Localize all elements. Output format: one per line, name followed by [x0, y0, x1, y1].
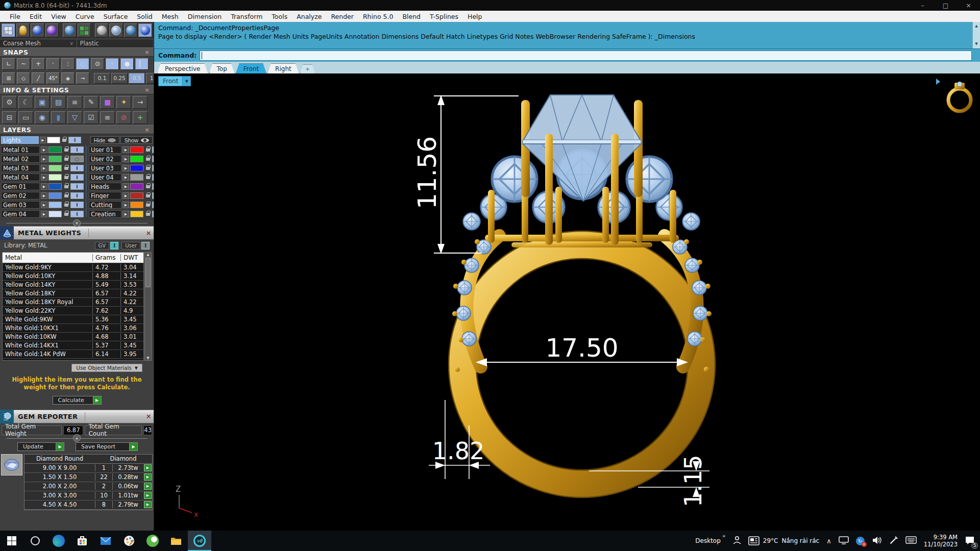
layer-expand-icon[interactable]: ▶: [122, 192, 129, 199]
menu-item[interactable]: Mesh: [157, 12, 183, 21]
layer-visibility-toggle[interactable]: ○: [70, 156, 84, 162]
point-snap-icon[interactable]: +: [32, 58, 45, 70]
command-history[interactable]: Command: _DocumentPropertiesPage Page to…: [154, 22, 980, 48]
layer-expand-icon[interactable]: ▶: [41, 174, 47, 181]
scroll-down-icon[interactable]: ▼: [146, 356, 149, 360]
model-info-icon[interactable]: ▣: [35, 96, 50, 109]
scroll-thumb[interactable]: [145, 258, 151, 287]
gem-row-play-icon[interactable]: ▶: [144, 492, 152, 499]
menu-item[interactable]: Analyze: [292, 12, 326, 21]
menu-item[interactable]: T-Splines: [425, 12, 463, 21]
layer-color-swatch[interactable]: [48, 211, 62, 217]
collapse-up-icon[interactable]: ▴: [73, 434, 81, 442]
people-icon[interactable]: [731, 535, 741, 547]
weather-widget[interactable]: 29°C Nắng rải rác: [748, 536, 819, 545]
gem-row-play-icon[interactable]: ▶: [144, 501, 152, 508]
purple-box-icon[interactable]: ■: [100, 96, 115, 109]
gem-table-row[interactable]: 2.00 X 2.00 2 0.06tw ▶: [24, 482, 152, 491]
taskbar-clock[interactable]: 9:39 AM 11/10/2023: [924, 534, 958, 548]
menu-item[interactable]: Blend: [398, 12, 425, 21]
layer-expand-icon[interactable]: ▶: [41, 156, 47, 162]
layer-expand-icon[interactable]: ▶: [122, 146, 129, 153]
layer-expand-icon[interactable]: ▶: [41, 165, 47, 171]
layer-visibility-toggle[interactable]: I: [70, 146, 84, 153]
file-explorer-icon[interactable]: [164, 531, 188, 551]
report-list-icon[interactable]: ≡: [100, 111, 115, 124]
snap-value-button[interactable]: 0.5: [129, 73, 145, 84]
settings-gear-icon[interactable]: ⚙: [2, 96, 17, 109]
layer-color-swatch[interactable]: [130, 183, 143, 190]
menu-item[interactable]: Transform: [226, 12, 267, 21]
display-cast-icon[interactable]: [839, 536, 849, 546]
user-button[interactable]: User: [121, 242, 140, 249]
lock-icon[interactable]: [63, 156, 69, 162]
update-button[interactable]: Update ▶: [17, 442, 64, 451]
gv-button[interactable]: GV: [95, 242, 110, 249]
layer-color-swatch[interactable]: [130, 174, 143, 181]
render-sphere-icon[interactable]: [45, 23, 59, 37]
menu-item[interactable]: Tools: [267, 12, 292, 21]
menu-item[interactable]: Help: [463, 12, 487, 21]
calculate-button[interactable]: Calculate ▶: [53, 396, 102, 405]
day-night-icon[interactable]: ☾: [18, 96, 33, 109]
snap-value-button[interactable]: 0.25: [111, 73, 128, 84]
layer-color-swatch[interactable]: [48, 165, 62, 171]
circle-snap-icon[interactable]: ◌: [76, 58, 89, 70]
metal-table-row[interactable]: Yellow Gold:18KY Royal 6.57 4.22: [3, 297, 143, 306]
layer-visibility-toggle[interactable]: I: [70, 174, 84, 181]
layer-name[interactable]: Gem 01: [1, 183, 40, 190]
layer-visibility-toggle[interactable]: I: [70, 192, 84, 199]
layer-expand-icon[interactable]: ▶: [122, 211, 129, 217]
layer-expand-icon[interactable]: ▶: [40, 137, 46, 143]
touch-keyboard-icon[interactable]: [905, 536, 917, 546]
layer-expand-icon[interactable]: ▶: [41, 146, 47, 153]
metal-table-row[interactable]: White Gold:9KW 5.36 3.45: [3, 315, 143, 323]
viewport-tab[interactable]: Perspective: [157, 63, 208, 73]
layer-color-swatch[interactable]: [48, 192, 62, 199]
lock-icon[interactable]: [144, 192, 151, 199]
lock-icon[interactable]: [144, 174, 151, 181]
layer-expand-icon[interactable]: ▶: [122, 156, 129, 162]
vector-snap-icon[interactable]: →: [76, 72, 89, 84]
mid-snap-icon[interactable]: ◦: [106, 58, 119, 70]
material-grid-icon[interactable]: [78, 23, 91, 37]
layer-name[interactable]: Creation: [89, 210, 121, 218]
lock-icon[interactable]: [144, 202, 151, 208]
layer-name[interactable]: Metal 03: [1, 164, 40, 172]
layer-name[interactable]: User 04: [89, 173, 121, 181]
matrix-app-icon[interactable]: v8: [188, 531, 211, 551]
layer-color-swatch[interactable]: [130, 156, 143, 162]
layer-color-swatch[interactable]: [47, 137, 60, 143]
layer-color-swatch[interactable]: [130, 211, 143, 217]
layer-color-swatch[interactable]: [130, 165, 143, 171]
gem-row-play-icon[interactable]: ▶: [144, 473, 152, 481]
layers-column-divider[interactable]: [86, 145, 87, 217]
quad-view-icon[interactable]: ⊟: [2, 111, 17, 124]
lock-icon[interactable]: [144, 183, 151, 190]
close-icon[interactable]: ×: [143, 49, 151, 56]
layer-name[interactable]: User 01: [89, 146, 121, 154]
lock-icon[interactable]: [144, 165, 151, 171]
close-icon[interactable]: ×: [146, 230, 151, 237]
layer-name[interactable]: Metal 02: [1, 155, 40, 163]
layer-expand-icon[interactable]: ▶: [41, 202, 47, 208]
mini-ring-icon[interactable]: [936, 79, 971, 111]
viewport-view-menu[interactable]: Front ▼: [158, 76, 191, 86]
vertex-snap-icon[interactable]: ·: [46, 58, 60, 70]
metal-table-header[interactable]: Metal Grams DWT: [3, 253, 143, 263]
menu-item[interactable]: Render: [326, 12, 358, 21]
layer-name[interactable]: Gem 03: [1, 201, 40, 209]
close-icon[interactable]: ×: [146, 413, 151, 420]
show-button[interactable]: Show: [120, 136, 153, 144]
xray-style-icon[interactable]: [124, 23, 138, 37]
layer-lights[interactable]: Lights: [1, 136, 39, 144]
select-check-icon[interactable]: ☑: [84, 111, 99, 124]
collapse-down-icon[interactable]: ▾: [73, 219, 81, 227]
layer-color-swatch[interactable]: [48, 146, 62, 153]
gem-reporter-header[interactable]: GEM REPORTER ×: [0, 410, 154, 423]
sweep-clean-icon[interactable]: ✦: [116, 96, 131, 109]
layer-name[interactable]: User 02: [89, 155, 121, 163]
front-viewport[interactable]: Front ▼: [154, 73, 980, 531]
edge-browser-icon[interactable]: [47, 531, 70, 551]
user-toggle[interactable]: I: [141, 242, 150, 249]
